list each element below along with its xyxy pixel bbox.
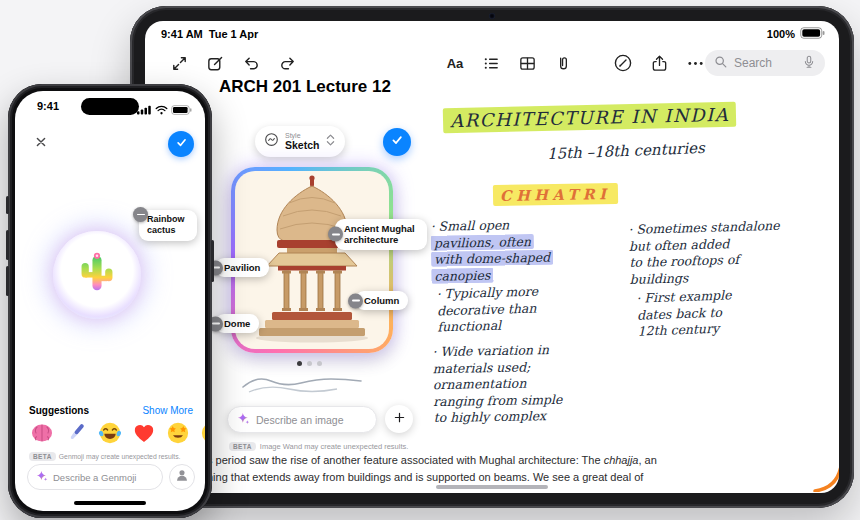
paintbrush-emoji[interactable] bbox=[63, 420, 89, 446]
chevron-up-down-icon bbox=[325, 132, 336, 152]
share-icon[interactable] bbox=[649, 53, 669, 73]
accept-genmoji-button[interactable] bbox=[168, 131, 194, 157]
iphone-status-icons bbox=[137, 101, 192, 119]
genmoji-description-tag: Rainbow cactus bbox=[139, 210, 197, 241]
add-image-button[interactable] bbox=[385, 405, 413, 433]
describe-genmoji-placeholder: Describe a Genmoji bbox=[53, 472, 136, 483]
laughing-emoji[interactable] bbox=[97, 420, 123, 446]
remove-tag-button[interactable] bbox=[348, 293, 363, 308]
search-icon bbox=[714, 55, 728, 72]
ipad-device: 9:41 AMTue 1 Apr 100% Aa bbox=[130, 6, 854, 508]
pencil-swoosh-icon bbox=[812, 462, 839, 493]
text-format-button[interactable]: Aa bbox=[445, 53, 465, 73]
ipad-camera bbox=[489, 13, 495, 19]
rainbow-cactus-emoji bbox=[77, 250, 117, 300]
person-icon bbox=[174, 467, 190, 487]
pencil-squiggle bbox=[239, 371, 389, 399]
smiley-emoji[interactable] bbox=[199, 420, 205, 446]
search-field[interactable]: Search bbox=[705, 50, 825, 76]
style-thumbnail-icon bbox=[264, 132, 279, 151]
plus-icon bbox=[392, 410, 407, 429]
undo-icon[interactable] bbox=[241, 53, 261, 73]
tag-label: Ancient Mughal architecture bbox=[344, 223, 415, 245]
close-icon bbox=[33, 134, 49, 154]
tag-label: Rainbow cactus bbox=[147, 214, 185, 235]
tag-ancient-mughal: Ancient Mughal architecture bbox=[335, 219, 427, 250]
iphone-status-time: 9:41 bbox=[37, 100, 59, 112]
show-more-link[interactable]: Show More bbox=[142, 405, 193, 416]
tag-label: Dome bbox=[224, 318, 250, 329]
handwritten-bullet-3: · Wide variation in materials used; orna… bbox=[432, 342, 563, 427]
ipad-status-right: 100% bbox=[767, 27, 825, 41]
describe-image-placeholder: Describe an image bbox=[256, 414, 344, 426]
more-icon[interactable] bbox=[685, 53, 705, 73]
handwritten-bullet-1: · Small open pavilions, often with dome-… bbox=[430, 215, 636, 285]
tag-pavilion: Pavilion bbox=[215, 258, 269, 277]
suggestions-label: Suggestions bbox=[29, 405, 89, 416]
ipad-home-indicator[interactable] bbox=[436, 485, 548, 489]
dynamic-island bbox=[81, 98, 139, 115]
checkmark-icon bbox=[174, 135, 189, 154]
handwritten-heading: ARCHITECTURE IN INDIA bbox=[443, 104, 737, 132]
tag-label: Pavilion bbox=[224, 262, 260, 273]
iphone-home-indicator[interactable] bbox=[74, 501, 146, 505]
remove-tag-button[interactable] bbox=[328, 227, 343, 242]
close-button[interactable] bbox=[28, 131, 54, 157]
wifi-icon bbox=[155, 101, 168, 119]
battery-icon bbox=[171, 101, 192, 119]
beta-text: Image Wand may create unexpected results… bbox=[260, 442, 409, 451]
action-button bbox=[6, 196, 9, 214]
remove-tag-button[interactable] bbox=[133, 207, 148, 222]
table-icon[interactable] bbox=[517, 53, 537, 73]
style-selector-chip[interactable]: Style Sketch bbox=[255, 126, 345, 157]
typed-paragraph: s period saw the rise of another feature… bbox=[207, 452, 787, 486]
person-style-button[interactable] bbox=[169, 464, 195, 490]
handwritten-bullet-4: · Sometimes standalone but often added t… bbox=[628, 216, 839, 288]
handwritten-bullet-5: · First example dates back to 12th centu… bbox=[636, 287, 733, 340]
genmoji-beta-note: BETA Genmoji may create unexpected resul… bbox=[29, 452, 180, 461]
notes-toolbar: Aa Search bbox=[159, 47, 825, 79]
ipad-status-bar: 9:41 AMTue 1 Apr bbox=[161, 28, 264, 40]
writing-tools-icon[interactable] bbox=[613, 53, 633, 73]
handwritten-subheading: 15th –18th centuries bbox=[547, 139, 705, 163]
typed-line-2: ning that extends away from buildings an… bbox=[207, 469, 787, 486]
starstruck-emoji[interactable] bbox=[165, 420, 191, 446]
beta-text: Genmoji may create unexpected results. bbox=[59, 453, 181, 460]
search-placeholder: Search bbox=[734, 56, 796, 70]
checklist-icon[interactable] bbox=[481, 53, 501, 73]
status-date: Tue 1 Apr bbox=[209, 28, 259, 40]
volume-up-button bbox=[6, 230, 9, 260]
attachment-icon[interactable] bbox=[553, 53, 573, 73]
collapse-arrows-icon[interactable] bbox=[169, 53, 189, 73]
image-wand-sparkle-icon bbox=[237, 412, 250, 427]
signal-icon bbox=[137, 101, 152, 119]
genmoji-preview bbox=[53, 231, 141, 319]
describe-genmoji-input[interactable]: Describe a Genmoji bbox=[27, 464, 163, 490]
brain-emoji[interactable] bbox=[29, 420, 55, 446]
accept-image-button[interactable] bbox=[383, 128, 411, 156]
describe-image-input[interactable]: Describe an image bbox=[227, 406, 377, 433]
marketing-scene: 9:41 AMTue 1 Apr 100% Aa bbox=[0, 0, 860, 520]
page-dot[interactable] bbox=[317, 361, 322, 366]
battery-icon bbox=[800, 27, 825, 41]
page-dot[interactable] bbox=[297, 361, 302, 366]
compose-icon[interactable] bbox=[205, 53, 225, 73]
battery-percent: 100% bbox=[767, 28, 795, 40]
mic-icon[interactable] bbox=[802, 55, 816, 72]
image-pagination-dots[interactable] bbox=[297, 361, 322, 366]
power-button bbox=[211, 240, 214, 282]
tag-dome: Dome bbox=[215, 314, 259, 333]
note-title: ARCH 201 Lecture 12 bbox=[219, 77, 391, 97]
emoji-suggestions-row bbox=[29, 420, 205, 446]
image-wand-beta-note: BETA Image Wand may create unexpected re… bbox=[229, 442, 408, 451]
heart-emoji[interactable] bbox=[131, 420, 157, 446]
handwritten-topic: CHHATRI bbox=[493, 185, 618, 204]
page-dot[interactable] bbox=[307, 361, 312, 366]
volume-down-button bbox=[6, 266, 9, 296]
beta-badge: BETA bbox=[229, 442, 256, 451]
checkmark-icon bbox=[389, 132, 405, 152]
iphone-device: 9:41 Rainbow cactus bbox=[8, 84, 212, 518]
handwritten-bullet-2: · Typically more decorative than functio… bbox=[436, 284, 539, 336]
redo-icon[interactable] bbox=[277, 53, 297, 73]
beta-badge: BETA bbox=[29, 452, 56, 461]
